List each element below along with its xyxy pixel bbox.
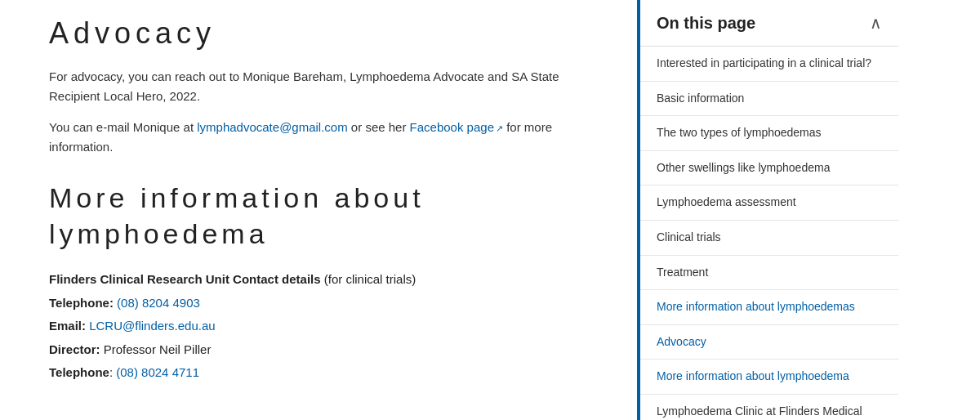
tel-link[interactable]: (08) 8204 4903 — [117, 296, 200, 310]
director-value: Professor Neil Piller — [104, 342, 212, 356]
contact-block: Flinders Clinical Research Unit Contact … — [49, 268, 604, 385]
email-label: Email: — [49, 319, 86, 333]
sidebar-nav-item: Lymphoedema Clinic at Flinders Medical C… — [640, 395, 898, 420]
sidebar-nav-item: Advocacy — [640, 325, 898, 360]
sidebar-header: On this page ∧ — [640, 0, 898, 47]
email-line: Email: LCRU@flinders.edu.au — [49, 315, 604, 338]
sidebar-nav-link-6[interactable]: Treatment — [640, 256, 898, 290]
advocacy-para2: You can e-mail Monique at lymphadvocate@… — [49, 118, 604, 157]
email-link[interactable]: lymphadvocate@gmail.com — [197, 120, 347, 134]
sidebar-nav-link-1[interactable]: Basic information — [640, 82, 898, 116]
contact-label: Flinders Clinical Research Unit Contact … — [49, 272, 321, 286]
sidebar-nav-link-8[interactable]: Advocacy — [640, 325, 898, 360]
tel-label: Telephone: — [49, 296, 114, 310]
sidebar-nav-link-4[interactable]: Lymphoedema assessment — [640, 185, 898, 220]
contact-sub: (for clinical trials) — [321, 272, 416, 286]
para2-middle: or see her — [348, 120, 410, 134]
sidebar-nav-link-0[interactable]: Interested in participating in a clinica… — [640, 47, 898, 81]
sidebar-header-title: On this page — [657, 14, 755, 33]
telephone2-line: Telephone: (08) 8024 4711 — [49, 361, 604, 385]
sidebar: On this page ∧ Interested in participati… — [637, 0, 898, 420]
sidebar-nav-item: Other swellings like lymphoedema — [640, 151, 898, 186]
sidebar-nav-link-2[interactable]: The two types of lymphoedemas — [640, 116, 898, 150]
sidebar-nav-item: Interested in participating in a clinica… — [640, 47, 898, 82]
main-content: Advocacy For advocacy, you can reach out… — [0, 0, 637, 420]
external-link-icon: ↗ — [496, 122, 503, 136]
sidebar-nav-item: The two types of lymphoedemas — [640, 116, 898, 151]
advocacy-para1: For advocacy, you can reach out to Moniq… — [49, 67, 604, 106]
sidebar-nav-link-3[interactable]: Other swellings like lymphoedema — [640, 151, 898, 185]
contact-header-line: Flinders Clinical Research Unit Contact … — [49, 268, 604, 292]
para2-before: You can e-mail Monique at — [49, 120, 197, 134]
director-label: Director: — [49, 342, 100, 356]
tel2-link[interactable]: (08) 8024 4711 — [116, 365, 199, 379]
more-info-title: More information about lymphoedema — [49, 180, 604, 252]
director-line: Director: Professor Neil Piller — [49, 338, 604, 362]
sidebar-nav-item: Lymphoedema assessment — [640, 185, 898, 221]
chevron-up-icon[interactable]: ∧ — [870, 13, 882, 33]
more-info-line1: More information about — [49, 182, 425, 213]
sidebar-nav-item: Clinical trials — [640, 221, 898, 256]
sidebar-nav-link-7[interactable]: More information about lymphoedemas — [640, 290, 898, 324]
email-contact-link[interactable]: LCRU@flinders.edu.au — [89, 319, 215, 333]
sidebar-nav-item: Basic information — [640, 82, 898, 117]
sidebar-nav: Interested in participating in a clinica… — [640, 47, 898, 420]
sidebar-nav-link-5[interactable]: Clinical trials — [640, 221, 898, 255]
facebook-link-text: Facebook page — [410, 120, 494, 134]
tel2-label: Telephone — [49, 365, 109, 379]
sidebar-nav-item: More information about lymphoedema — [640, 360, 898, 395]
sidebar-nav-item: More information about lymphoedemas — [640, 290, 898, 325]
more-info-line2: lymphoedema — [49, 218, 269, 249]
facebook-link[interactable]: Facebook page↗ — [410, 120, 503, 134]
sidebar-nav-link-9[interactable]: More information about lymphoedema — [640, 360, 898, 394]
sidebar-nav-item: Treatment — [640, 256, 898, 291]
advocacy-title: Advocacy — [49, 16, 604, 51]
sidebar-nav-link-10[interactable]: Lymphoedema Clinic at Flinders Medical C… — [640, 395, 898, 420]
telephone-line: Telephone: (08) 8204 4903 — [49, 292, 604, 315]
